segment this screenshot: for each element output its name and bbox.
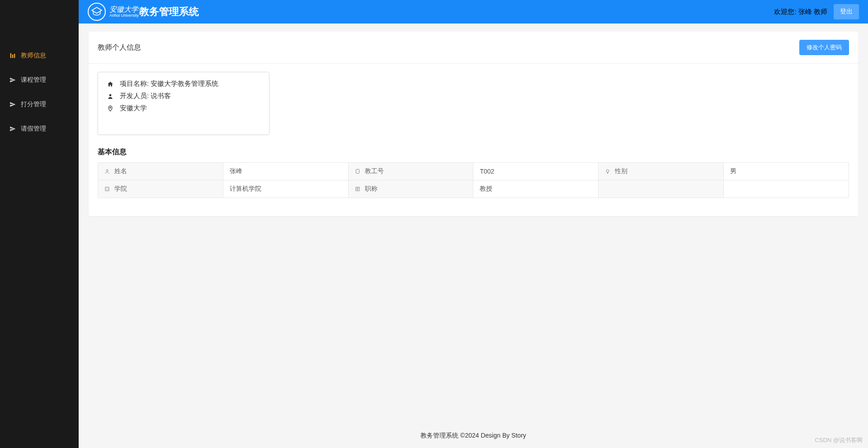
svg-point-4 bbox=[110, 107, 111, 108]
person-icon bbox=[104, 169, 110, 174]
user-icon bbox=[107, 93, 115, 99]
project-dev-row: 开发人员: 说书客 bbox=[107, 92, 260, 100]
watermark: CSDN @说书客啊 bbox=[815, 436, 863, 444]
page-title: 教师个人信息 bbox=[98, 43, 141, 52]
system-title: 教务管理系统 bbox=[139, 5, 199, 19]
header-right: 欢迎您: 张峰 教师 登出 bbox=[774, 4, 859, 19]
sidebar-item-course-manage[interactable]: 课程管理 bbox=[0, 70, 79, 90]
footer: 教务管理系统 ©2024 Design By Story bbox=[79, 424, 868, 448]
card-header: 教师个人信息 修改个人密码 bbox=[89, 32, 858, 64]
id-icon bbox=[355, 169, 360, 174]
sidebar-item-label: 教师信息 bbox=[21, 52, 46, 60]
project-location-text: 安徽大学 bbox=[120, 104, 147, 113]
sidebar-item-label: 请假管理 bbox=[21, 125, 46, 133]
label-name: 姓名 bbox=[98, 163, 223, 180]
university-name-block: 安徽大学 Anhui University bbox=[109, 6, 139, 18]
logout-button[interactable]: 登出 bbox=[834, 4, 859, 19]
welcome-text: 欢迎您: 张峰 教师 bbox=[774, 8, 827, 16]
sidebar-item-label: 课程管理 bbox=[21, 76, 46, 84]
value-gender: 男 bbox=[724, 163, 849, 180]
value-empty bbox=[724, 180, 849, 198]
send-icon bbox=[9, 125, 16, 132]
label-gender: 性别 bbox=[599, 163, 724, 180]
table-row: 姓名 张峰 教工号 T002 性别 bbox=[98, 163, 849, 180]
sidebar-item-leave-manage[interactable]: 请假管理 bbox=[0, 118, 79, 139]
svg-rect-0 bbox=[10, 53, 11, 58]
project-dev-text: 开发人员: 说书客 bbox=[120, 92, 171, 100]
change-password-button[interactable]: 修改个人密码 bbox=[799, 40, 849, 55]
profile-icon bbox=[9, 52, 16, 59]
basic-info-table: 姓名 张峰 教工号 T002 性别 bbox=[98, 162, 849, 198]
send-icon bbox=[9, 76, 16, 84]
label-empty bbox=[599, 180, 724, 198]
title-icon bbox=[355, 186, 360, 192]
content: 教师个人信息 修改个人密码 项目名称: 安徽大学教务管理系统 bbox=[79, 24, 868, 424]
card-body: 项目名称: 安徽大学教务管理系统 开发人员: 说书客 bbox=[89, 64, 858, 216]
main-card: 教师个人信息 修改个人密码 项目名称: 安徽大学教务管理系统 bbox=[89, 32, 858, 216]
table-row: 学院 计算机学院 职称 教授 bbox=[98, 180, 849, 198]
svg-rect-6 bbox=[356, 170, 359, 174]
header: 安徽大学 Anhui University 教务管理系统 欢迎您: 张峰 教师 … bbox=[79, 0, 868, 24]
location-icon bbox=[107, 105, 115, 112]
university-logo-icon bbox=[88, 3, 106, 21]
sidebar-item-grade-manage[interactable]: 打分管理 bbox=[0, 94, 79, 115]
building-icon bbox=[104, 186, 110, 192]
university-name: 安徽大学 bbox=[109, 6, 138, 13]
value-name: 张峰 bbox=[223, 163, 348, 180]
project-location-row: 安徽大学 bbox=[107, 104, 260, 113]
svg-point-7 bbox=[606, 170, 609, 172]
gender-icon bbox=[605, 169, 610, 174]
project-name-text: 项目名称: 安徽大学教务管理系统 bbox=[120, 80, 218, 88]
svg-point-3 bbox=[109, 94, 112, 96]
sidebar-item-label: 打分管理 bbox=[21, 100, 46, 108]
svg-point-5 bbox=[106, 170, 108, 171]
send-icon bbox=[9, 101, 16, 108]
basic-info-title: 基本信息 bbox=[98, 147, 849, 157]
label-title: 职称 bbox=[348, 180, 473, 198]
university-subname: Anhui University bbox=[109, 13, 139, 18]
label-staff-id: 教工号 bbox=[348, 163, 473, 180]
project-info-box: 项目名称: 安徽大学教务管理系统 开发人员: 说书客 bbox=[98, 72, 269, 135]
svg-rect-2 bbox=[14, 54, 15, 58]
svg-rect-8 bbox=[105, 187, 109, 191]
value-title: 教授 bbox=[473, 180, 599, 198]
svg-rect-1 bbox=[12, 55, 13, 58]
value-staff-id: T002 bbox=[473, 163, 599, 180]
sidebar: 教师信息 课程管理 打分管理 请假管理 bbox=[0, 0, 79, 448]
home-icon bbox=[107, 81, 115, 87]
label-college: 学院 bbox=[98, 180, 223, 198]
header-left: 安徽大学 Anhui University 教务管理系统 bbox=[88, 3, 199, 21]
project-name-row: 项目名称: 安徽大学教务管理系统 bbox=[107, 80, 260, 88]
value-college: 计算机学院 bbox=[223, 180, 348, 198]
sidebar-item-teacher-info[interactable]: 教师信息 bbox=[0, 45, 79, 66]
